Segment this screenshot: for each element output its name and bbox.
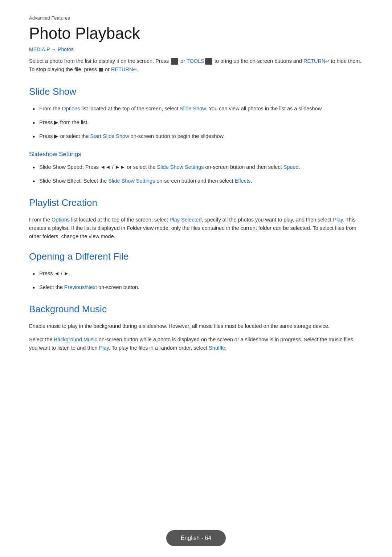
slideshow-settings-title: Slideshow Settings xyxy=(29,150,363,159)
bullet-text: Slide Show Speed: Press ◄◄ / ►► or selec… xyxy=(39,163,300,171)
nav-path-text: MEDIA.P → Photos xyxy=(29,46,74,52)
tools-icon-inline: ⬛ xyxy=(171,58,178,65)
page-title: Photo Playback xyxy=(29,25,363,42)
page-container: Advanced Features Photo Playback MEDIA.P… xyxy=(0,0,392,404)
play-link-2[interactable]: Play xyxy=(99,345,109,351)
start-slide-show-link[interactable]: Start Slide Show xyxy=(90,133,129,139)
playlist-creation-title: Playlist Creation xyxy=(29,196,363,210)
intro-paragraph: Select a photo from the list to display … xyxy=(29,57,363,74)
slide-show-settings-link-2[interactable]: Slide Show Settings xyxy=(108,178,155,184)
slide-show-link[interactable]: Slide Show xyxy=(180,106,206,111)
tools-link: TOOLS xyxy=(187,58,204,64)
list-item: Slide Show Effect: Select the Slide Show… xyxy=(33,177,363,187)
breadcrumb: Advanced Features xyxy=(29,15,363,22)
play-selected-link[interactable]: Play Selected xyxy=(170,217,202,223)
section-background-music: Background Music Enable music to play in… xyxy=(29,302,363,353)
bullet-text: Press ▶ or select the Start Slide Show o… xyxy=(39,132,225,141)
slide-show-bullets: From the Options list located at the top… xyxy=(29,105,363,142)
slideshow-settings-bullets: Slide Show Speed: Press ◄◄ / ►► or selec… xyxy=(29,163,363,187)
opening-different-file-title: Opening a Different File xyxy=(29,249,363,264)
return-arrow-1: ↩ xyxy=(325,58,329,64)
breadcrumb-section: Advanced Features xyxy=(29,15,363,22)
nav-path: MEDIA.P → Photos xyxy=(29,46,363,53)
footer-pill: English - 64 xyxy=(166,530,226,546)
tools-btn-icon: ⬛ xyxy=(205,58,212,65)
return-arrow-2: ↩ xyxy=(133,67,137,72)
options-link-2[interactable]: Options xyxy=(52,217,70,223)
section-playlist-creation: Playlist Creation From the Options list … xyxy=(29,196,363,241)
opening-different-file-bullets: Press ◄ / ►. Select the Previous/Next on… xyxy=(29,269,363,293)
play-link-1[interactable]: Play xyxy=(333,217,343,223)
background-music-title: Background Music xyxy=(29,302,363,316)
return-link-1: RETURN xyxy=(303,58,325,64)
previous-next-link[interactable]: Previous/Next xyxy=(64,284,97,290)
background-music-link[interactable]: Background Music xyxy=(54,337,97,342)
bullet-text: Select the Previous/Next on-screen butto… xyxy=(39,283,139,292)
speed-link[interactable]: Speed xyxy=(283,164,299,170)
list-item: Press ◄ / ►. xyxy=(33,269,363,280)
bullet-text: From the Options list located at the top… xyxy=(39,105,323,113)
slide-show-title: Slide Show xyxy=(29,85,363,99)
playlist-creation-paragraph: From the Options list located at the top… xyxy=(29,216,363,241)
bullet-text: Press ▶ from the list. xyxy=(39,118,89,127)
footer-bar: English - 64 xyxy=(0,530,392,557)
bullet-text: Slide Show Effect: Select the Slide Show… xyxy=(39,177,252,185)
background-music-paragraph-1: Enable music to play in the background d… xyxy=(29,322,363,330)
bullet-text: Press ◄ / ►. xyxy=(39,269,70,278)
stop-icon xyxy=(99,68,103,72)
shuffle-link[interactable]: Shuffle xyxy=(209,345,225,351)
list-item: Press ▶ or select the Start Slide Show o… xyxy=(33,132,363,142)
effects-link[interactable]: Effects xyxy=(235,178,251,184)
list-item: Slide Show Speed: Press ◄◄ / ►► or selec… xyxy=(33,163,363,173)
options-link-1[interactable]: Options xyxy=(62,106,80,111)
background-music-paragraph-2: Select the Background Music on-screen bu… xyxy=(29,336,363,352)
list-item: Select the Previous/Next on-screen butto… xyxy=(33,283,363,293)
list-item: From the Options list located at the top… xyxy=(33,105,363,115)
slide-show-settings-link-1[interactable]: Slide Show Settings xyxy=(157,164,204,170)
list-item: Press ▶ from the list. xyxy=(33,118,363,129)
return-link-2: RETURN xyxy=(111,66,133,72)
section-opening-different-file: Opening a Different File Press ◄ / ►. Se… xyxy=(29,249,363,293)
slideshow-settings-subsection: Slideshow Settings Slide Show Speed: Pre… xyxy=(29,150,363,187)
section-slide-show: Slide Show From the Options list located… xyxy=(29,85,363,187)
